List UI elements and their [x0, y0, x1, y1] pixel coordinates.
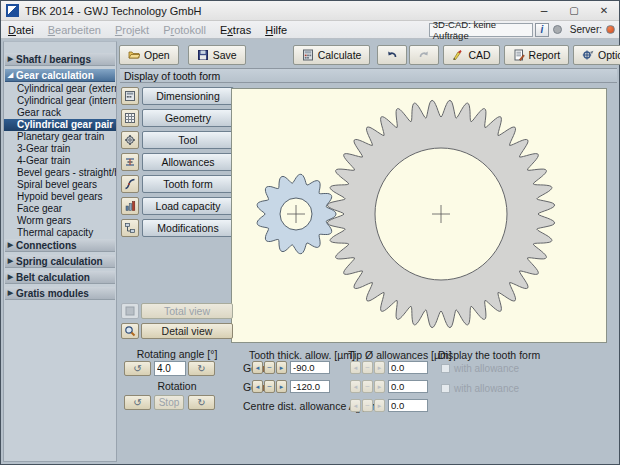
gear1-tip-increase[interactable]: [374, 361, 385, 374]
allowances-button[interactable]: Allowances: [142, 153, 234, 171]
geometry-icon-button[interactable]: [121, 109, 139, 127]
sidebar-item-gear-rack[interactable]: Gear rack: [4, 107, 116, 119]
menu-datei[interactable]: Datei: [1, 24, 41, 36]
close-button[interactable]: [589, 1, 619, 21]
gear2-tooth-increase[interactable]: [276, 380, 287, 393]
sidebar-item-4-gear-train[interactable]: 4-Gear train: [4, 155, 116, 167]
cad-button[interactable]: CAD: [443, 45, 499, 65]
cad-icon: [452, 49, 464, 61]
sidebar-section-belt-calculation[interactable]: ▶Belt calculation: [5, 271, 115, 284]
gear2-tip-increase[interactable]: [374, 380, 385, 393]
centre-dist-field[interactable]: [388, 399, 428, 412]
gear2-tooth-field[interactable]: [290, 380, 330, 393]
save-button[interactable]: Save: [188, 45, 246, 65]
redo-icon: [418, 49, 430, 61]
collapsed-arrow-icon: ▶: [5, 241, 16, 249]
collapsed-arrow-icon: ▶: [5, 289, 16, 297]
sidebar-item-thermal-capacity[interactable]: Thermal capacity: [4, 227, 116, 239]
sidebar-section-gratis-modules[interactable]: ▶Gratis modules: [5, 287, 115, 300]
sidebar-section-spring-calculation[interactable]: ▶Spring calculation: [5, 255, 115, 268]
options-button[interactable]: Options: [573, 45, 620, 65]
gear2-tooth-reset[interactable]: [264, 380, 275, 393]
total-view-icon[interactable]: [121, 303, 139, 319]
tooth-thick-header: Tooth thick. allow. [µm]: [249, 349, 355, 361]
modifications-icon: [124, 222, 136, 234]
menu-protokoll: Protokoll: [156, 24, 213, 36]
magnifier-icon[interactable]: [121, 323, 139, 339]
dimensioning-icon-button[interactable]: [121, 87, 139, 105]
window-title: TBK 2014 - GWJ Technology GmbH: [25, 5, 201, 17]
rotate-ccw-step-button[interactable]: [124, 361, 151, 376]
gear1-tooth-field[interactable]: [290, 361, 330, 374]
sidebar-item-cylindrical-gear-internal-[interactable]: Cylindrical gear (internal): [4, 95, 116, 107]
detail-view-button[interactable]: Detail view: [141, 323, 233, 339]
sidebar-item-3-gear-train[interactable]: 3-Gear train: [4, 143, 116, 155]
geometry-button[interactable]: Geometry: [142, 109, 234, 127]
gear1-tooth-stepper: [252, 361, 288, 374]
sidebar-item-hypoid-bevel-gears[interactable]: Hypoid bevel gears: [4, 191, 116, 203]
gear1-with-allowance-checkbox[interactable]: [441, 364, 450, 373]
gear2-tooth-decrease[interactable]: [252, 380, 263, 393]
sidebar-item-cylindrical-gear-external-[interactable]: Cylindrical gear (external): [4, 83, 116, 95]
gear2-tip-reset[interactable]: [362, 380, 373, 393]
content-header: Display of tooth form: [120, 68, 617, 83]
menu-hilfe[interactable]: Hilfe: [258, 24, 294, 36]
tip-allowance-header: Tip Ø allowances [µm]: [348, 349, 452, 361]
rotate-ccw-button[interactable]: [124, 395, 151, 410]
gear1-tip-field[interactable]: [388, 361, 428, 374]
centre-dist-reset[interactable]: [362, 399, 373, 412]
rotate-cw-button[interactable]: [188, 395, 215, 410]
total-view-button[interactable]: Total view: [141, 303, 233, 319]
sidebar-item-worm-gears[interactable]: Worm gears: [4, 215, 116, 227]
gear1-tooth-decrease[interactable]: [252, 361, 263, 374]
menu-projekt: Projekt: [108, 24, 156, 36]
gear2-tip-decrease[interactable]: [350, 380, 361, 393]
menu-extras[interactable]: Extras: [213, 24, 258, 36]
maximize-button[interactable]: [559, 1, 589, 21]
modifications-button[interactable]: Modifications: [142, 219, 234, 237]
redo-button[interactable]: [409, 45, 439, 65]
sidebar-item-cylindrical-gear-pair[interactable]: Cylindrical gear pair: [4, 119, 116, 131]
dimensioning-button[interactable]: Dimensioning: [142, 87, 234, 105]
gear2-tooth-stepper: [252, 380, 288, 393]
menu-bearbeiten: Bearbeiten: [41, 24, 108, 36]
load-capacity-icon-button[interactable]: [121, 197, 139, 215]
sidebar-section-shaft-bearings[interactable]: ▶Shaft / bearings: [5, 53, 115, 66]
options-icon: [582, 49, 594, 61]
tooth-form-button[interactable]: Tooth form: [142, 175, 234, 193]
sidebar-item-face-gear[interactable]: Face gear: [4, 203, 116, 215]
centre-dist-increase[interactable]: [374, 399, 385, 412]
stop-button[interactable]: Stop: [154, 395, 184, 410]
allowances-icon-button[interactable]: [121, 153, 139, 171]
sidebar-section-connections[interactable]: ▶Connections: [5, 239, 115, 252]
report-button[interactable]: Report: [504, 45, 570, 65]
sidebar-item-bevel-gears-straight-helical[interactable]: Bevel gears - straight/helical: [4, 167, 116, 179]
gear1-tooth-increase[interactable]: [276, 361, 287, 374]
report-icon: [513, 49, 525, 61]
gear1-tip-decrease[interactable]: [350, 361, 361, 374]
rotate-cw-step-button[interactable]: [188, 361, 215, 376]
idle-led: [553, 25, 562, 34]
sidebar-section-gear-calculation[interactable]: ◢Gear calculation: [5, 69, 115, 82]
centre-dist-decrease[interactable]: [350, 399, 361, 412]
sidebar-item-spiral-bevel-gears[interactable]: Spiral bevel gears: [4, 179, 116, 191]
open-button[interactable]: Open: [119, 45, 179, 65]
app-window: TBK 2014 - GWJ Technology GmbH DateiBear…: [0, 0, 620, 465]
undo-button[interactable]: [377, 45, 407, 65]
sidebar-item-planetary-gear-train[interactable]: Planetary gear train: [4, 131, 116, 143]
gear1-tooth-reset[interactable]: [264, 361, 275, 374]
minimize-button[interactable]: [529, 1, 559, 21]
tooth-form-icon-button[interactable]: [121, 175, 139, 193]
gear2-with-allowance-checkbox[interactable]: [441, 384, 450, 393]
gear2-tip-field[interactable]: [388, 380, 428, 393]
tool-button[interactable]: Tool: [142, 131, 234, 149]
rotating-angle-input[interactable]: [154, 361, 186, 376]
geometry-icon: [124, 112, 136, 124]
gear1-tip-reset[interactable]: [362, 361, 373, 374]
info-button[interactable]: i: [535, 23, 549, 37]
tool-icon-button[interactable]: [121, 131, 139, 149]
load-capacity-button[interactable]: Load capacity: [142, 197, 234, 215]
modifications-icon-button[interactable]: [121, 219, 139, 237]
calculate-button[interactable]: Calculate: [293, 45, 371, 65]
undo-icon: [386, 49, 398, 61]
